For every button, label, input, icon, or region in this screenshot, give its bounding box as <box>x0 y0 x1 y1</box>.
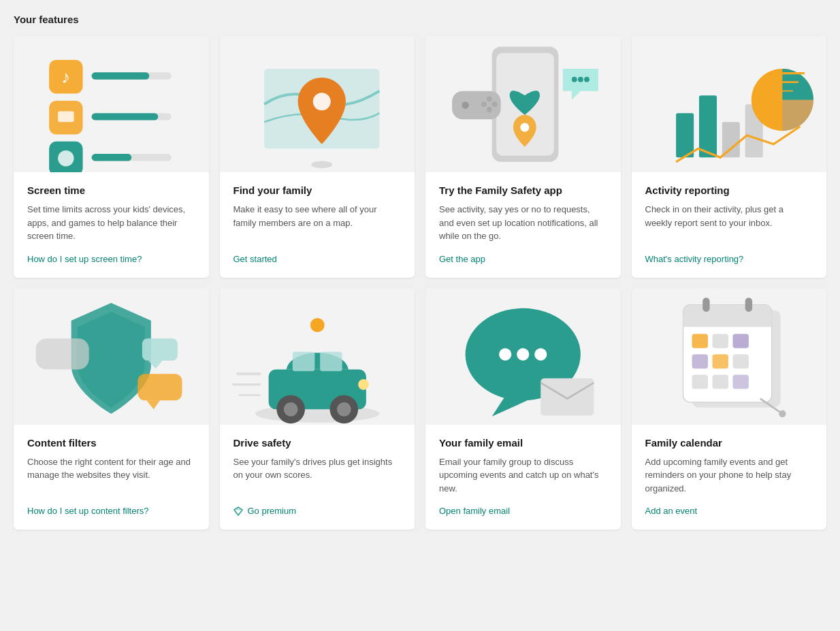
card-drive-safety: Drive safetySee your family's drives plu… <box>220 289 415 530</box>
svg-point-17 <box>520 123 529 131</box>
card-body-drive-safety: Drive safetySee your family's drives plu… <box>220 425 415 530</box>
svg-rect-27 <box>676 113 694 157</box>
card-screen-time: ♪ Screen timeSet time limits across your… <box>14 36 209 278</box>
svg-rect-69 <box>692 355 707 369</box>
card-find-family: Find your familyMake it easy to see wher… <box>220 36 415 278</box>
card-desc-screen-time: Set time limits across your kids' device… <box>27 203 195 243</box>
svg-rect-67 <box>712 334 728 349</box>
card-family-safety: Try the Family Safety appSee activity, s… <box>425 36 621 278</box>
link-text: Go premium <box>248 506 297 516</box>
card-desc-family-calendar: Add upcoming family events and get remin… <box>645 455 813 496</box>
link-text: Get started <box>233 254 277 264</box>
card-link-activity-reporting[interactable]: What's activity reporting? <box>645 254 813 264</box>
svg-point-22 <box>487 107 492 112</box>
link-text: Get the app <box>439 254 485 264</box>
svg-rect-43 <box>320 352 342 372</box>
card-content-filters: Content filtersChoose the right content … <box>14 289 209 530</box>
card-desc-family-email: Email your family group to discuss upcom… <box>439 455 607 496</box>
card-title-drive-safety: Drive safety <box>233 437 402 449</box>
svg-point-45 <box>283 402 297 417</box>
card-image-family-calendar <box>632 289 827 425</box>
card-desc-find-family: Make it easy to see where all of your fa… <box>233 203 402 243</box>
card-body-activity-reporting: Activity reportingCheck in on their acti… <box>632 172 827 278</box>
svg-point-25 <box>578 77 583 82</box>
svg-rect-35 <box>36 338 89 370</box>
link-text: How do I set up screen time? <box>27 254 142 264</box>
svg-point-26 <box>584 77 589 82</box>
card-title-family-calendar: Family calendar <box>645 437 813 449</box>
card-link-drive-safety[interactable]: Go premium <box>233 505 402 516</box>
link-text: How do I set up content filters? <box>27 506 148 516</box>
card-body-family-email: Your family emailEmail your family group… <box>425 425 621 530</box>
diamond-icon <box>233 505 245 516</box>
svg-rect-66 <box>692 334 707 349</box>
card-family-calendar: Family calendarAdd upcoming family event… <box>632 289 827 530</box>
card-title-family-email: Your family email <box>439 437 607 449</box>
svg-rect-11 <box>92 154 132 161</box>
svg-point-49 <box>310 319 324 333</box>
svg-rect-3 <box>58 111 74 122</box>
card-image-family-safety <box>425 36 621 172</box>
svg-rect-28 <box>698 95 716 157</box>
svg-point-13 <box>311 161 332 167</box>
svg-rect-7 <box>92 72 150 79</box>
card-desc-content-filters: Choose the right content for their age a… <box>27 455 195 496</box>
svg-point-56 <box>499 349 511 361</box>
svg-point-5 <box>58 150 74 166</box>
card-activity-reporting: Activity reportingCheck in on their acti… <box>632 36 827 278</box>
card-desc-activity-reporting: Check in on their activity, plus get a w… <box>645 203 813 243</box>
card-image-content-filters <box>14 289 209 425</box>
card-link-family-email[interactable]: Open family email <box>439 506 607 516</box>
svg-point-24 <box>572 77 577 82</box>
svg-point-21 <box>492 101 498 107</box>
svg-rect-71 <box>732 355 748 369</box>
svg-point-14 <box>312 93 330 110</box>
card-title-find-family: Find your family <box>233 184 402 196</box>
svg-text:♪: ♪ <box>61 67 70 87</box>
card-image-family-email <box>425 289 621 425</box>
svg-point-57 <box>517 349 529 361</box>
svg-rect-72 <box>692 375 707 389</box>
svg-rect-68 <box>732 334 748 349</box>
svg-point-19 <box>462 101 468 108</box>
svg-point-76 <box>779 410 786 417</box>
card-link-content-filters[interactable]: How do I set up content filters? <box>27 506 195 516</box>
card-image-drive-safety <box>220 289 415 425</box>
link-text: Add an event <box>645 506 698 516</box>
card-link-screen-time[interactable]: How do I set up screen time? <box>27 254 195 264</box>
card-title-activity-reporting: Activity reporting <box>645 184 813 196</box>
svg-rect-64 <box>702 298 709 312</box>
svg-point-20 <box>487 96 492 101</box>
card-body-content-filters: Content filtersChoose the right content … <box>14 425 209 530</box>
svg-rect-70 <box>712 355 728 369</box>
card-title-family-safety: Try the Family Safety app <box>439 184 607 196</box>
svg-rect-36 <box>138 374 182 401</box>
svg-rect-42 <box>292 352 314 372</box>
card-image-activity-reporting <box>632 36 827 172</box>
link-text: What's activity reporting? <box>645 254 744 264</box>
svg-point-47 <box>336 402 351 417</box>
card-image-find-family <box>220 36 415 172</box>
svg-point-23 <box>481 101 487 107</box>
card-link-family-safety[interactable]: Get the app <box>439 254 607 264</box>
card-body-family-calendar: Family calendarAdd upcoming family event… <box>632 425 827 530</box>
svg-rect-38 <box>142 338 178 361</box>
link-text: Open family email <box>439 506 510 516</box>
svg-rect-59 <box>540 378 594 416</box>
page-title: Your features <box>14 14 826 25</box>
card-link-family-calendar[interactable]: Add an event <box>645 506 813 516</box>
card-family-email: Your family emailEmail your family group… <box>425 289 621 530</box>
card-desc-family-safety: See activity, say yes or no to requests,… <box>439 203 607 243</box>
svg-rect-73 <box>712 375 728 389</box>
card-body-find-family: Find your familyMake it easy to see wher… <box>220 172 415 278</box>
card-image-screen-time: ♪ <box>14 36 209 172</box>
svg-point-48 <box>358 379 369 390</box>
svg-rect-63 <box>683 317 771 327</box>
card-title-screen-time: Screen time <box>27 184 195 196</box>
svg-rect-74 <box>732 375 748 389</box>
svg-rect-65 <box>745 298 752 312</box>
svg-marker-37 <box>146 401 160 410</box>
card-desc-drive-safety: See your family's drives plus get insigh… <box>233 455 402 495</box>
svg-rect-29 <box>722 122 739 157</box>
card-link-find-family[interactable]: Get started <box>233 254 402 264</box>
